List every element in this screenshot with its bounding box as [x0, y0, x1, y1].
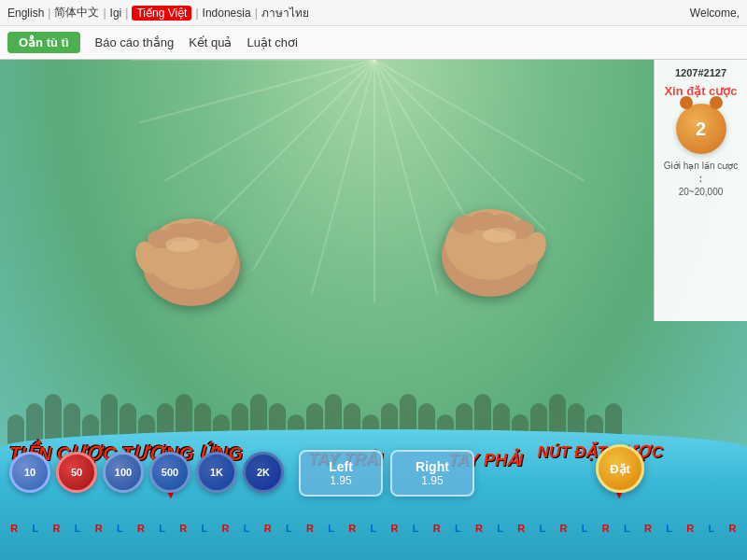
svg-point-15	[483, 228, 516, 243]
key-R-26[interactable]: R	[553, 515, 574, 541]
key-L-1[interactable]: L	[25, 515, 47, 541]
sunrays	[0, 60, 747, 340]
gioi-han-range: 20~20,000	[679, 187, 724, 197]
language-bar: English | 简体中文 | Igi | Tiếng Việt | Indo…	[7, 4, 309, 21]
key-L-7[interactable]: L	[151, 515, 173, 541]
key-L-15[interactable]: L	[320, 515, 342, 541]
coin-2k[interactable]: 2K	[243, 452, 284, 493]
bet-left-odds: 1.95	[330, 474, 351, 487]
key-R-32[interactable]: R	[680, 515, 701, 541]
gioi-han: Giới hạn lần cược : 20~20,000	[664, 160, 738, 199]
dat-button[interactable]: Đặt	[596, 444, 644, 493]
top-nav: English | 简体中文 | Igi | Tiếng Việt | Indo…	[0, 0, 747, 26]
key-R-22[interactable]: R	[469, 515, 490, 541]
key-R-10[interactable]: R	[215, 515, 236, 541]
key-R-8[interactable]: R	[173, 515, 194, 541]
key-R-6[interactable]: R	[131, 515, 152, 541]
bear-number: 2	[696, 119, 706, 140]
key-R-4[interactable]: R	[89, 515, 110, 541]
lang-vietnamese[interactable]: Tiếng Việt	[132, 6, 191, 21]
key-R-28[interactable]: R	[596, 515, 617, 541]
bet-right-odds: 1.95	[421, 474, 443, 487]
nav-bao-cao[interactable]: Báo cáo thắng	[95, 35, 175, 49]
lang-thai[interactable]: ภาษาไทย	[261, 4, 309, 21]
svg-point-7	[165, 237, 199, 252]
svg-point-13	[453, 216, 477, 234]
coin-10[interactable]: 10	[9, 452, 50, 493]
key-L-13[interactable]: L	[278, 515, 300, 541]
key-L-25[interactable]: L	[532, 515, 554, 541]
coin-100[interactable]: 100	[103, 452, 144, 493]
key-L-19[interactable]: L	[405, 515, 427, 541]
bet-left-label: Left	[329, 459, 353, 474]
right-hand	[430, 190, 551, 306]
coin-1k[interactable]: 1K	[196, 452, 237, 493]
svg-point-5	[204, 225, 229, 244]
key-R-14[interactable]: R	[300, 515, 321, 541]
coin-50[interactable]: 50	[56, 452, 97, 493]
nav-luat-choi[interactable]: Luật chơi	[247, 35, 297, 49]
sidebar-panel: 1207#2127 Xin đặt cược 2 Giới hạn lần cư…	[654, 60, 747, 321]
key-R-0[interactable]: R	[4, 515, 25, 541]
left-hand	[131, 200, 252, 315]
key-R-2[interactable]: R	[46, 515, 67, 541]
lang-indonesia[interactable]: Indonesia	[203, 7, 251, 20]
key-L-17[interactable]: L	[363, 515, 385, 541]
bear-icon: 2	[676, 104, 726, 154]
key-L-5[interactable]: L	[109, 515, 131, 541]
key-L-33[interactable]: L	[701, 515, 723, 541]
lang-igi[interactable]: Igi	[110, 7, 122, 20]
key-R-16[interactable]: R	[342, 515, 363, 541]
key-L-31[interactable]: L	[658, 515, 680, 541]
coin-row: 10 50 100 500 1K 2K	[9, 452, 284, 493]
xin-dat-cuoc: Xin đặt cược	[664, 84, 737, 98]
bet-right-button[interactable]: Right 1.95	[390, 450, 474, 497]
key-R-24[interactable]: R	[511, 515, 532, 541]
key-R-12[interactable]: R	[258, 515, 279, 541]
key-R-20[interactable]: R	[427, 515, 448, 541]
welcome-text: Welcome,	[690, 7, 740, 20]
lang-chinese[interactable]: 简体中文	[54, 5, 99, 21]
key-L-11[interactable]: L	[236, 515, 258, 541]
keyboard-row: RLRLRLRLRLRLRLRLRLRLRLRLRLRLRLRLRLR	[0, 515, 747, 541]
bet-right-label: Right	[416, 459, 449, 474]
lang-english[interactable]: English	[7, 7, 44, 20]
game-button[interactable]: Oẳn tù tì	[7, 32, 80, 53]
bet-left-button[interactable]: Left 1.95	[299, 450, 383, 497]
game-id: 1207#2127	[675, 67, 726, 78]
main-nav: Oẳn tù tì Báo cáo thắng Kết quả Luật chơ…	[0, 26, 747, 60]
key-L-29[interactable]: L	[616, 515, 638, 541]
nav-ket-qua[interactable]: Kết quả	[189, 35, 232, 49]
key-L-23[interactable]: L	[489, 515, 511, 541]
key-R-18[interactable]: R	[384, 515, 405, 541]
gioi-han-label: Giới hạn lần cược	[664, 161, 738, 171]
key-L-27[interactable]: L	[574, 515, 596, 541]
key-R-30[interactable]: R	[638, 515, 659, 541]
bet-buttons: Left 1.95 Right 1.95	[299, 450, 474, 497]
key-L-9[interactable]: L	[194, 515, 216, 541]
coin-500[interactable]: 500	[149, 452, 190, 493]
key-L-21[interactable]: L	[447, 515, 469, 541]
key-R-34[interactable]: R	[722, 515, 743, 541]
key-L-3[interactable]: L	[67, 515, 89, 541]
game-area: TIỀN CƯỢC TƯƠNG ỨNG TAY TRÁI TAY PHẢI NÚ…	[0, 60, 747, 560]
